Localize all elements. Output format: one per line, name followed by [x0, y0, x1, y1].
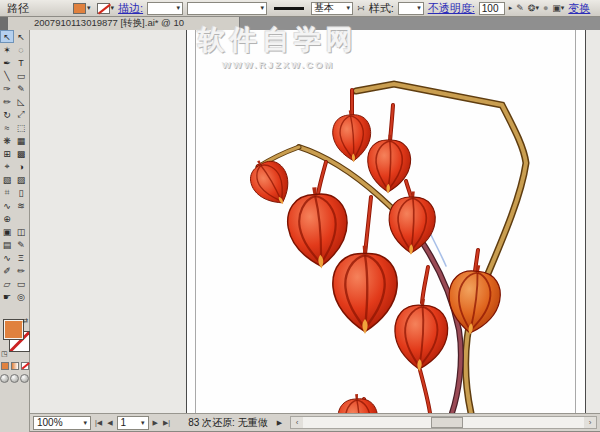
default-fill-stroke-icon[interactable]: ◳	[1, 350, 8, 358]
lantern	[393, 298, 449, 373]
direct-selection-tool[interactable]: ↖	[14, 30, 28, 43]
brush-definition-value: 基本	[314, 1, 334, 15]
scrollbar-thumb[interactable]	[431, 417, 463, 428]
graph-column-tool[interactable]: ▤	[0, 238, 14, 251]
live-paint-bucket-tool[interactable]: ▧	[0, 173, 14, 186]
transform-link[interactable]: 变换	[568, 1, 590, 16]
scale-tool[interactable]: ⤢	[14, 108, 28, 121]
pencil-tool[interactable]: ✎	[14, 82, 28, 95]
paintbrush-tool[interactable]: ✑	[0, 82, 14, 95]
canvas-area[interactable]	[30, 30, 600, 413]
align-icon[interactable]: ▣▾	[552, 3, 564, 13]
opacity-link[interactable]: 不透明度:	[428, 1, 475, 16]
branch-top	[356, 84, 526, 413]
rectangle-tool[interactable]: ▭	[14, 69, 28, 82]
opacity-input[interactable]: 100	[479, 2, 505, 15]
fill-color-box[interactable]	[73, 3, 86, 14]
stroke-preview-line	[274, 7, 304, 10]
full-screen-mode-button[interactable]	[20, 374, 29, 383]
chevron-down-icon: ▾	[111, 4, 115, 12]
page-number-value: 1	[121, 417, 127, 428]
perspective-grid-tool[interactable]: ◫	[14, 225, 28, 238]
graph-tool[interactable]: ▦	[14, 134, 28, 147]
brush-definition-combo[interactable]: 基本 ▾	[311, 2, 353, 15]
control-bar: 路径 ▾ ▾ 描边: ▾ ▾ 基本 ▾ ∺ 样式: ▾ 不透明度: 100 ▸ …	[0, 0, 600, 17]
last-page-button[interactable]: ▶|	[162, 419, 171, 427]
stroke-color-swatch[interactable]: ▾	[97, 3, 115, 14]
pen-tool[interactable]: ✒	[0, 56, 14, 69]
lantern-stem	[406, 181, 411, 197]
stroke-weight-combo[interactable]: ▾	[147, 2, 183, 15]
free-distort-tool[interactable]: ⊕	[0, 212, 14, 225]
chevron-down-icon: ▾	[417, 4, 421, 12]
warp-tool[interactable]: ∿	[0, 199, 14, 212]
eyedropper-tool[interactable]: ⌖	[0, 160, 14, 173]
rotate-tool[interactable]: ↻	[0, 108, 14, 121]
symbol-sprayer-tool[interactable]: ❋	[0, 134, 14, 147]
none-button[interactable]	[21, 362, 29, 370]
horizontal-scrollbar[interactable]: ‹ ›	[290, 416, 597, 429]
lantern-stem	[365, 197, 371, 254]
fill-color-swatch[interactable]: ▾	[73, 3, 91, 14]
hand-tool[interactable]: ☛	[0, 290, 14, 303]
blend-tool[interactable]: ◑	[14, 160, 28, 173]
swap-fill-stroke-icon[interactable]: ⇄	[22, 317, 28, 325]
magic-wand-tool[interactable]: ✶	[0, 43, 14, 56]
notes-tool[interactable]: ✎	[14, 238, 28, 251]
variable-width-profile-combo[interactable]: ▾	[187, 2, 267, 15]
print-tiling-tool[interactable]: ▭	[14, 277, 28, 290]
measure-tool[interactable]: ✏	[14, 264, 28, 277]
color-button[interactable]	[1, 362, 9, 370]
crop-area-tool[interactable]: ⌗	[0, 186, 14, 199]
gradient-tool[interactable]: ▩	[14, 147, 28, 160]
next-page-button[interactable]: ▶	[152, 419, 159, 427]
lantern-stem	[318, 162, 326, 194]
tab-corner	[0, 17, 8, 30]
free-transform-tool[interactable]: ⬚	[14, 121, 28, 134]
live-paint-selection-tool[interactable]: ▨	[14, 173, 28, 186]
width-tool[interactable]: ≈	[0, 121, 14, 134]
full-screen-menu-mode-button[interactable]	[10, 374, 19, 383]
brush-options-icon[interactable]: ∺	[357, 3, 365, 13]
fill-stroke-proxy: ⇄ ◳	[0, 317, 29, 359]
tools-panel: ↖↖✶◌✒T╲▭✑✎✏◺↻⤢≈⬚❋▦⊞▩⌖◑▧▨⌗▯∿≋⊕▣◫▤✎∿Ξ✐✏▱▭☛…	[0, 30, 30, 432]
lasso-tool[interactable]: ◌	[14, 43, 28, 56]
wave-tool[interactable]: ∿	[0, 251, 14, 264]
prev-page-button[interactable]: ◀	[106, 419, 113, 427]
status-flyout-icon[interactable]: ▶	[277, 419, 282, 427]
type-tool[interactable]: T	[14, 56, 28, 69]
sphere-icon[interactable]: ●	[543, 3, 548, 13]
eraser-tool[interactable]: ◺	[14, 95, 28, 108]
lantern	[367, 134, 412, 194]
scroll-right-icon[interactable]: ›	[584, 417, 596, 428]
style-combo[interactable]: ▾	[398, 2, 424, 15]
document-tab[interactable]: 2007910113019877 [转换].ai* @ 10	[0, 17, 240, 30]
artwork-lantern-branch	[30, 30, 600, 413]
lantern	[444, 262, 503, 338]
document-tab-bar: 2007910113019877 [转换].ai* @ 10	[0, 17, 600, 31]
first-page-button[interactable]: |◀	[94, 419, 103, 427]
blob-brush-tool[interactable]: ✏	[0, 95, 14, 108]
stroke-none-box[interactable]	[97, 3, 110, 14]
mesh-tool[interactable]: ⊞	[0, 147, 14, 160]
artboard-tool[interactable]: ▱	[0, 277, 14, 290]
opacity-value: 100	[482, 3, 499, 14]
stroke-weight-link[interactable]: 描边:	[118, 1, 143, 16]
zoom-tool[interactable]: ◎	[14, 290, 28, 303]
opacity-stepper-icon[interactable]: ▸	[509, 4, 513, 12]
line-segment-tool[interactable]: ╲	[0, 69, 14, 82]
opacity-mask-icon[interactable]: ✎	[516, 3, 524, 13]
page-number-combo[interactable]: 1 ▾	[117, 416, 149, 430]
brush-variant-tool[interactable]: ✐	[0, 264, 14, 277]
slice-tool[interactable]: ▯	[14, 186, 28, 199]
normal-screen-mode-button[interactable]	[0, 374, 9, 383]
wrinkle-tool[interactable]: ≋	[14, 199, 28, 212]
selection-tool[interactable]: ↖	[0, 30, 14, 43]
scroll-left-icon[interactable]: ‹	[291, 417, 303, 428]
column-graph-tool[interactable]: Ξ	[14, 251, 28, 264]
fill-proxy-swatch[interactable]	[3, 319, 24, 340]
recolor-artwork-icon[interactable]: ❂▾	[528, 3, 539, 13]
zoom-level-combo[interactable]: 100% ▾	[33, 416, 91, 430]
gradient-button[interactable]	[11, 362, 19, 370]
shape-builder-tool[interactable]: ▣	[0, 225, 14, 238]
